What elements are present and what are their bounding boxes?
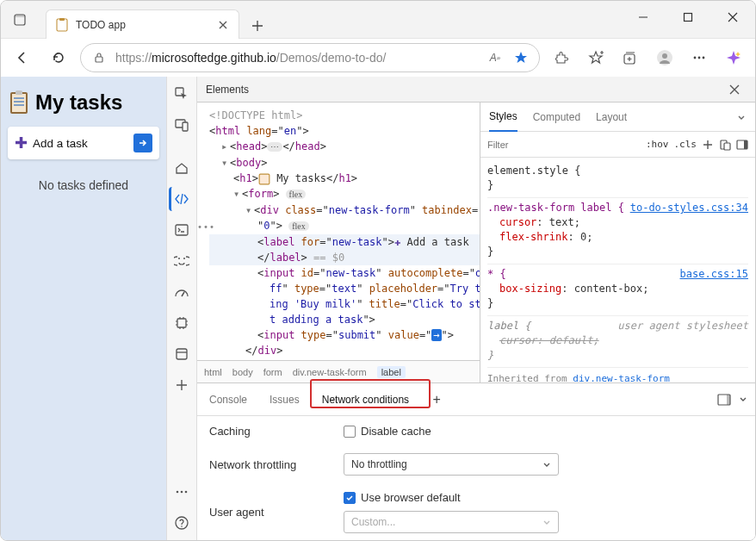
svg-point-23 — [177, 491, 179, 494]
stylesheet-link[interactable]: base.css:15 — [680, 267, 748, 282]
tab-computed[interactable]: Computed — [533, 103, 580, 132]
more-menu-icon[interactable] — [685, 43, 714, 72]
disable-cache-checkbox[interactable]: Disable cache — [344, 425, 431, 438]
reader-icon[interactable]: A» — [486, 48, 505, 67]
svg-point-25 — [185, 491, 188, 494]
drawer-tab-console[interactable]: Console — [204, 389, 252, 411]
tab-favicon-icon — [55, 18, 69, 32]
styles-filter-input[interactable] — [487, 140, 641, 150]
tab-styles[interactable]: Styles — [489, 103, 517, 132]
svg-point-11 — [703, 57, 705, 59]
console-tab-icon[interactable] — [170, 218, 194, 242]
svg-point-27 — [181, 525, 183, 527]
copilot-icon[interactable] — [719, 43, 748, 72]
inherited-from-link[interactable]: div.new-task-form — [573, 373, 670, 382]
performance-tab-icon[interactable] — [170, 280, 194, 304]
add-task-submit-button[interactable] — [133, 134, 152, 152]
breadcrumb-item[interactable]: form — [263, 367, 282, 377]
empty-state-text: No tasks defined — [8, 178, 159, 192]
elements-tab-icon[interactable] — [169, 187, 193, 211]
more-tabs-button[interactable] — [170, 373, 194, 397]
url-bar[interactable]: https://microsoftedge.github.io/Demos/de… — [80, 43, 540, 72]
svg-rect-3 — [59, 18, 65, 21]
application-tab-icon[interactable] — [170, 342, 194, 366]
svg-point-19 — [178, 258, 180, 259]
styles-toolbar: :hov .cls — [480, 132, 755, 158]
svg-point-10 — [698, 57, 701, 59]
drawer-collapse-icon[interactable] — [738, 394, 748, 406]
page-content: My tasks ✚ Add a task No tasks defined — [1, 77, 166, 541]
elements-tab-label[interactable]: Elements — [206, 84, 249, 96]
back-button[interactable] — [8, 43, 37, 72]
browser-default-checkbox[interactable]: Use browser default — [344, 491, 559, 504]
help-icon[interactable] — [170, 511, 194, 535]
style-rules[interactable]: element.style { } to-do-styles.css:34 .n… — [480, 158, 755, 382]
svg-rect-30 — [724, 143, 730, 150]
cls-toggle[interactable]: .cls — [674, 139, 697, 150]
address-bar: https://microsoftedge.github.io/Demos/de… — [1, 39, 755, 77]
stylesheet-link[interactable]: to-do-styles.css:34 — [630, 201, 748, 215]
svg-rect-32 — [744, 140, 747, 149]
welcome-tab-icon[interactable] — [170, 156, 194, 180]
profile-icon[interactable] — [650, 43, 679, 72]
sources-tab-icon[interactable] — [170, 249, 194, 273]
maximize-button[interactable] — [669, 4, 707, 30]
tab-close-button[interactable] — [216, 18, 230, 32]
breadcrumb-item[interactable]: html — [204, 367, 222, 377]
inspect-icon[interactable] — [170, 82, 194, 106]
svg-rect-14 — [15, 90, 22, 95]
svg-point-8 — [662, 53, 667, 59]
tab-title: TODO app — [76, 19, 209, 31]
close-window-button[interactable] — [714, 4, 752, 30]
caching-label: Caching — [209, 425, 330, 438]
svg-rect-4 — [685, 14, 692, 22]
hov-toggle[interactable]: :hov — [646, 139, 669, 150]
new-tab-button[interactable] — [245, 13, 270, 39]
more-options-icon[interactable] — [170, 480, 194, 504]
new-style-rule-icon[interactable] — [702, 139, 714, 151]
svg-rect-34 — [727, 395, 730, 405]
drawer-dock-icon[interactable] — [717, 394, 731, 406]
device-icon[interactable] — [719, 139, 731, 151]
extensions-icon[interactable] — [547, 43, 576, 72]
styles-tabs: Styles Computed Layout — [480, 103, 755, 132]
svg-point-20 — [183, 258, 185, 259]
lock-icon — [90, 48, 108, 67]
chevron-down-icon[interactable] — [736, 112, 747, 122]
svg-rect-13 — [12, 94, 26, 112]
toggle-pane-icon[interactable] — [736, 139, 748, 151]
drawer-tabs: Console Issues Network conditions + — [197, 383, 755, 416]
memory-tab-icon[interactable] — [170, 311, 194, 335]
favorite-star-icon[interactable] — [511, 48, 530, 67]
svg-rect-21 — [177, 319, 186, 327]
svg-rect-1 — [15, 15, 25, 17]
plus-icon: ✚ — [15, 134, 28, 152]
tab-layout[interactable]: Layout — [596, 103, 627, 132]
window-titlebar: TODO app — [1, 1, 755, 39]
app-title: My tasks — [35, 90, 122, 115]
svg-rect-22 — [177, 349, 187, 359]
throttling-select[interactable]: No throttling — [344, 453, 559, 476]
drawer-tab-issues[interactable]: Issues — [264, 389, 305, 411]
svg-rect-2 — [57, 19, 67, 31]
throttling-label: Network throttling — [209, 458, 330, 471]
breadcrumb-item[interactable]: body — [232, 367, 253, 377]
add-task-input[interactable]: ✚ Add a task — [8, 127, 159, 159]
devtools-header: Elements — [197, 77, 755, 103]
breadcrumb-item[interactable]: label — [377, 366, 406, 378]
dom-tree[interactable]: ••• <!DOCTYPE html> <html lang="en"> ▸<h… — [197, 103, 480, 360]
svg-rect-28 — [259, 174, 270, 184]
browser-tab[interactable]: TODO app — [46, 9, 239, 39]
devtools-close-button[interactable] — [722, 78, 747, 102]
user-agent-label: User agent — [209, 506, 330, 519]
minimize-button[interactable] — [624, 4, 662, 30]
svg-rect-17 — [183, 122, 188, 131]
devtools-activity-bar — [166, 77, 197, 541]
refresh-button[interactable] — [44, 43, 73, 72]
svg-point-24 — [181, 491, 183, 494]
device-toggle-icon[interactable] — [170, 113, 194, 137]
breadcrumb-item[interactable]: div.new-task-form — [293, 367, 367, 377]
favorites-icon[interactable] — [581, 43, 610, 72]
collections-icon[interactable] — [616, 43, 645, 72]
network-conditions-panel: Caching Disable cache Network throttling… — [197, 416, 755, 541]
